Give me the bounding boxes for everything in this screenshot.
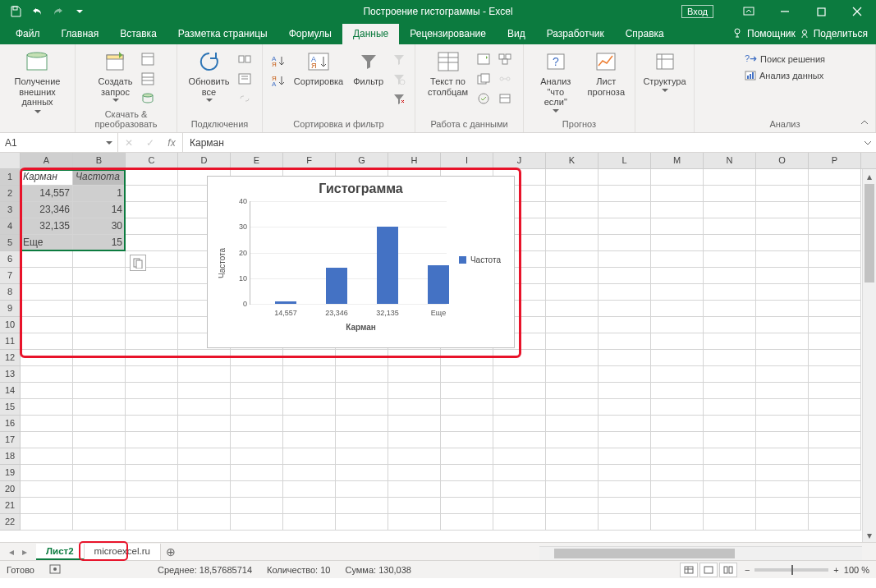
cell-O9[interactable] xyxy=(756,301,809,317)
cell-B16[interactable] xyxy=(73,416,126,432)
advanced-filter-icon[interactable] xyxy=(390,90,408,108)
cell-A17[interactable] xyxy=(21,432,73,448)
cell-N6[interactable] xyxy=(704,251,756,268)
column-header-B[interactable]: B xyxy=(73,153,126,168)
cell-M8[interactable] xyxy=(651,284,704,301)
column-header-O[interactable]: O xyxy=(756,153,809,168)
cell-K22[interactable] xyxy=(546,514,599,531)
ribbon-tab-файл[interactable]: Файл xyxy=(5,24,51,44)
column-header-M[interactable]: M xyxy=(651,153,704,168)
cell-C20[interactable] xyxy=(126,481,178,498)
cell-K4[interactable] xyxy=(546,218,599,235)
get-external-data-button[interactable]: Получение внешних данных xyxy=(7,47,68,115)
cell-B1[interactable]: Частота xyxy=(73,169,126,186)
cell-M7[interactable] xyxy=(651,268,704,284)
consolidate-icon[interactable] xyxy=(496,50,514,68)
cell-N11[interactable] xyxy=(704,333,756,350)
cell-L14[interactable] xyxy=(599,383,651,399)
cell-P7[interactable] xyxy=(809,268,861,284)
cell-I13[interactable] xyxy=(441,366,493,383)
cell-B17[interactable] xyxy=(73,432,126,448)
cell-F17[interactable] xyxy=(283,432,336,448)
ribbon-tab-формулы[interactable]: Формулы xyxy=(278,24,342,44)
cell-N1[interactable] xyxy=(704,169,756,186)
row-header-2[interactable]: 2 xyxy=(0,186,21,202)
cell-E18[interactable] xyxy=(231,448,283,465)
cell-E17[interactable] xyxy=(231,432,283,448)
cell-I14[interactable] xyxy=(441,383,493,399)
row-header-7[interactable]: 7 xyxy=(0,268,21,284)
cell-K21[interactable] xyxy=(546,498,599,514)
cell-E19[interactable] xyxy=(231,465,283,481)
cell-A9[interactable] xyxy=(21,301,73,317)
row-header-8[interactable]: 8 xyxy=(0,284,21,301)
cell-A14[interactable] xyxy=(21,383,73,399)
cell-L7[interactable] xyxy=(599,268,651,284)
ribbon-tab-справка[interactable]: Справка xyxy=(615,24,675,44)
cell-H15[interactable] xyxy=(388,399,441,416)
new-query-button[interactable]: Создать запрос xyxy=(95,47,136,103)
column-header-J[interactable]: J xyxy=(493,153,546,168)
properties-icon[interactable] xyxy=(236,70,254,88)
column-header-P[interactable]: P xyxy=(809,153,861,168)
cell-N13[interactable] xyxy=(704,366,756,383)
edit-links-icon[interactable] xyxy=(236,90,254,108)
scroll-up-icon[interactable]: ▴ xyxy=(863,169,876,183)
cell-E12[interactable] xyxy=(231,350,283,366)
fx-icon[interactable]: fx xyxy=(161,133,182,152)
cell-L3[interactable] xyxy=(599,202,651,218)
row-header-3[interactable]: 3 xyxy=(0,202,21,218)
text-to-columns-button[interactable]: Текст по столбцам xyxy=(424,47,471,99)
cell-L21[interactable] xyxy=(599,498,651,514)
cell-I16[interactable] xyxy=(441,416,493,432)
cell-B10[interactable] xyxy=(73,317,126,333)
cell-A3[interactable]: 23,346 xyxy=(21,202,73,218)
row-header-4[interactable]: 4 xyxy=(0,218,21,235)
cell-O5[interactable] xyxy=(756,235,809,251)
ribbon-tab-вставка[interactable]: Вставка xyxy=(109,24,167,44)
cell-D17[interactable] xyxy=(178,432,231,448)
cell-L16[interactable] xyxy=(599,416,651,432)
cell-A18[interactable] xyxy=(21,448,73,465)
scroll-thumb-v[interactable] xyxy=(865,184,874,283)
cell-K1[interactable] xyxy=(546,169,599,186)
cell-O18[interactable] xyxy=(756,448,809,465)
cell-G12[interactable] xyxy=(336,350,388,366)
cell-M20[interactable] xyxy=(651,481,704,498)
cell-L20[interactable] xyxy=(599,481,651,498)
zoom-in-icon[interactable]: + xyxy=(833,565,838,575)
cell-B15[interactable] xyxy=(73,399,126,416)
maximize-icon[interactable] xyxy=(804,0,838,23)
row-header-16[interactable]: 16 xyxy=(0,416,21,432)
cell-G16[interactable] xyxy=(336,416,388,432)
cell-M18[interactable] xyxy=(651,448,704,465)
cell-P1[interactable] xyxy=(809,169,861,186)
cell-D15[interactable] xyxy=(178,399,231,416)
page-layout-view-icon[interactable] xyxy=(699,563,718,577)
row-header-12[interactable]: 12 xyxy=(0,350,21,366)
row-header-22[interactable]: 22 xyxy=(0,514,21,531)
cell-N20[interactable] xyxy=(704,481,756,498)
cell-G21[interactable] xyxy=(336,498,388,514)
cell-I22[interactable] xyxy=(441,514,493,531)
cell-L1[interactable] xyxy=(599,169,651,186)
qat-dropdown-icon[interactable] xyxy=(71,2,89,21)
cell-P15[interactable] xyxy=(809,399,861,416)
cell-N15[interactable] xyxy=(704,399,756,416)
cell-O21[interactable] xyxy=(756,498,809,514)
sort-desc-icon[interactable]: ЯА xyxy=(269,71,287,90)
column-header-A[interactable]: A xyxy=(21,153,73,168)
cell-F13[interactable] xyxy=(283,366,336,383)
cell-M3[interactable] xyxy=(651,202,704,218)
column-header-C[interactable]: C xyxy=(126,153,178,168)
cell-N17[interactable] xyxy=(704,432,756,448)
expand-formula-bar-icon[interactable] xyxy=(860,140,876,146)
cell-C22[interactable] xyxy=(126,514,178,531)
row-header-5[interactable]: 5 xyxy=(0,235,21,251)
cell-K3[interactable] xyxy=(546,202,599,218)
cell-I21[interactable] xyxy=(441,498,493,514)
cell-M19[interactable] xyxy=(651,465,704,481)
cell-I12[interactable] xyxy=(441,350,493,366)
column-header-K[interactable]: K xyxy=(546,153,599,168)
cell-F14[interactable] xyxy=(283,383,336,399)
